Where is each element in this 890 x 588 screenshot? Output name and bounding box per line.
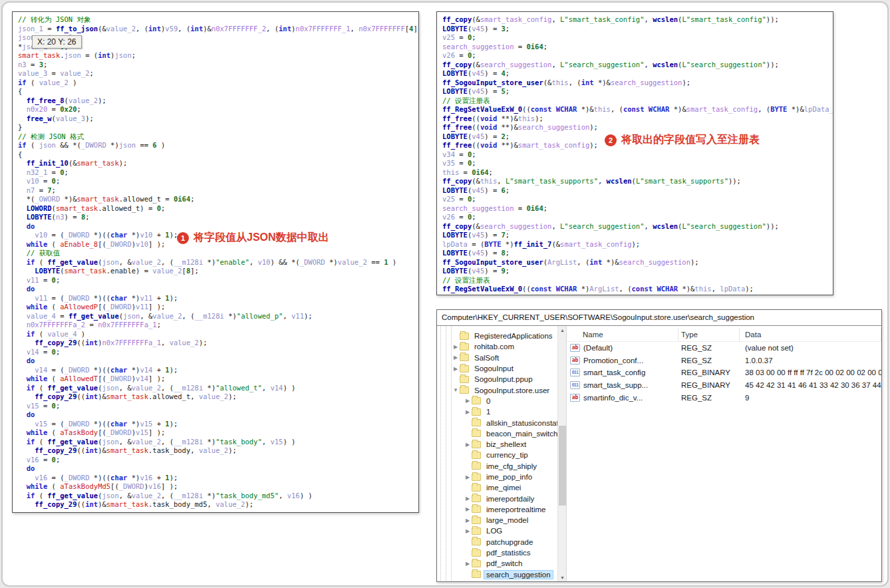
tree-item-imereportrealtime[interactable]: ▶imereportrealtime (437, 504, 557, 515)
chevron-right-icon[interactable]: ▶ (464, 474, 472, 480)
chevron-right-icon[interactable]: ▶ (464, 506, 472, 512)
code-line: } (18, 123, 413, 132)
tree-item-patchupgrade[interactable]: patchupgrade (437, 537, 557, 547)
reg-string-icon: ab (570, 357, 580, 365)
chevron-right-icon[interactable]: ▶ (464, 517, 472, 523)
registry-value-row[interactable]: ab(Default)REG_SZ(value not set) (567, 342, 881, 355)
code-line: // 设置注册表 (442, 96, 827, 106)
code-line: if ( ff_get_value(json, &value_2, (__m12… (18, 492, 413, 501)
tree-item-large-model[interactable]: ▶large_model (437, 515, 557, 525)
tree-item-sogouinput[interactable]: ▶SogouInput (437, 363, 557, 374)
tree-item-salsoft[interactable]: ▶SalSoft (437, 353, 557, 363)
code-line: v16 = 0; (18, 456, 413, 465)
code-line: LOBYTE(smart_task.enable) = value_2[8]; (18, 267, 413, 276)
annotation-1-text: 将字段值从JSON数据中取出 (194, 231, 329, 245)
code-line: do (18, 222, 413, 231)
value-name: smart_task_config (583, 368, 645, 376)
decompiler-panel-json-parse: // 转化为 JSON 对象json_1 = ff_to_json(&value… (12, 11, 419, 513)
tree-item-imereportdaily[interactable]: ▶imereportdaily (437, 493, 557, 504)
column-header-data[interactable]: Data (740, 328, 881, 341)
code-line: v15 = (_DWORD *)((char *)v15 + 1); (18, 420, 413, 429)
tree-item-rohitab-com[interactable]: ▶rohitab.com (437, 341, 557, 352)
code-line: v25 = 0; (442, 195, 827, 204)
column-header-type[interactable]: Type (678, 328, 740, 341)
registry-tree: RegisteredApplications▶rohitab.com▶SalSo… (437, 326, 557, 582)
code-line: if ( json && *(_DWORD *)json == 6 ) (18, 141, 413, 150)
code-line: lpData = (BYTE *)ff_init_7(&smart_task_c… (442, 240, 827, 249)
code-line: ff_RegSetValueExW_0((const WCHAR *)&this… (442, 105, 827, 114)
code-line: ff_free((void **)&this); (442, 114, 827, 124)
annotation-1: 1 将字段值从JSON数据中取出 (177, 231, 329, 245)
tree-item-pdf-switch[interactable]: ▶pdf_switch (437, 558, 557, 569)
tree-item-ime-pop-info[interactable]: ▶ime_pop_info (437, 472, 557, 482)
chevron-right-icon[interactable]: ▶ (452, 355, 460, 361)
tree-item-label: LOG (484, 527, 504, 535)
code-line: ff_SogouInput_store_user(&this, (int *)&… (442, 78, 827, 88)
value-name: (Default) (583, 344, 613, 352)
chevron-right-icon[interactable]: ▶ (464, 561, 472, 567)
tree-item-beacon-main-switch[interactable]: beacon_main_switch (437, 428, 557, 439)
tree-item-log[interactable]: ▶LOG (437, 525, 557, 536)
tree-item-pdf-statistics[interactable]: pdf_statistics (437, 547, 557, 558)
value-type: REG_SZ (678, 344, 740, 352)
code-line: search_suggestion = 0i64; (442, 43, 827, 52)
folder-icon (472, 474, 481, 481)
annotation-2: 2 将取出的字段值写入至注册表 (605, 133, 760, 147)
registry-address-bar[interactable]: Computer\HKEY_CURRENT_USER\SOFTWARE\Sogo… (437, 310, 881, 326)
chevron-right-icon[interactable]: ▶ (452, 366, 460, 372)
folder-icon (460, 333, 469, 340)
registry-value-row[interactable]: absmartinfo_dic_v...REG_SZ9 (567, 391, 881, 404)
tree-item-ime-qimei[interactable]: ime_qimei (437, 482, 557, 493)
reg-binary-icon: 011 (570, 368, 580, 376)
code-line: v11 = (_DWORD *)((char *)v11 + 1); (18, 294, 413, 303)
registry-editor-panel: Computer\HKEY_CURRENT_USER\SOFTWARE\Sogo… (436, 309, 882, 582)
code-line: *(_OWORD *)&smart_task.allowed_t = 0i64; (18, 195, 413, 204)
code-line: // 设置注册表 (442, 276, 827, 285)
annotation-2-text: 将取出的字段值写入至注册表 (621, 133, 760, 147)
code-line: if ( ff_get_value(json, &value_2, (__m12… (18, 438, 413, 447)
tree-item-biz-shellext[interactable]: ▶biz_shellext (437, 439, 557, 450)
chevron-right-icon[interactable]: ▶ (464, 442, 472, 448)
code-line: if ( ff_get_value(json, &value_2, (__m12… (18, 384, 413, 393)
code-line: LOBYTE(n3) = 8; (18, 213, 413, 222)
tree-item-allskin-statusiconstatis[interactable]: allskin_statusiconstatis (437, 417, 557, 428)
scrollbar-down-icon[interactable]: ▼ (558, 573, 567, 582)
tree-item-sogouinput-ppup[interactable]: SogouInput.ppup (437, 374, 557, 384)
tree-item-currency-tip[interactable]: currency_tip (437, 450, 557, 460)
list-header: Name Type Data (567, 328, 881, 342)
code-line: { (18, 87, 413, 96)
code-line: ff_copy_29((int)&smart_task.allowed_t, v… (18, 392, 413, 402)
tree-scrollbar[interactable]: ▲ ▼ (557, 326, 566, 582)
folder-icon (472, 430, 481, 437)
code-line: ff_copy(&smart_task_config, L"smart_task… (442, 15, 827, 25)
tree-item-label: large_model (484, 516, 530, 524)
tree-item-label: currency_tip (484, 451, 530, 459)
registry-value-row[interactable]: abPromotion_conf...REG_SZ1.0.0.37 (567, 355, 881, 367)
chevron-right-icon[interactable]: ▶ (464, 528, 472, 534)
chevron-down-icon[interactable]: ▼ (452, 387, 460, 393)
chevron-right-icon[interactable]: ▶ (452, 344, 460, 350)
registry-value-row[interactable]: 011smart_task_supp...REG_BINARY45 42 42 … (567, 379, 881, 392)
tree-item-registeredapplications[interactable]: RegisteredApplications (437, 331, 557, 341)
tree-item-ime-cfg-shiply[interactable]: ime_cfg_shiply (437, 461, 557, 472)
tree-item-0[interactable]: ▶0 (437, 396, 557, 406)
code-line: LOBYTE(v45) = 7; (442, 231, 827, 240)
folder-icon (472, 506, 481, 513)
code-line: if ( value_2 ) (18, 78, 413, 88)
folder-icon (460, 365, 469, 372)
registry-value-row[interactable]: 011smart_task_configREG_BINARY38 03 00 0… (567, 367, 881, 379)
column-header-name[interactable]: Name (567, 328, 678, 341)
tree-item-search-suggestion[interactable]: search_suggestion (437, 569, 557, 580)
tree-item-1[interactable]: ▶1 (437, 406, 557, 417)
chevron-right-icon[interactable]: ▶ (464, 409, 472, 415)
code-line: value_3 = value_2; (18, 69, 413, 78)
scrollbar-thumb[interactable] (559, 426, 566, 506)
scrollbar-up-icon[interactable]: ▲ (558, 326, 567, 335)
code-line: value_4 = ff_get_value(json, &value_2, (… (18, 312, 413, 321)
value-type: REG_BINARY (678, 381, 740, 389)
code-line: // 转化为 JSON 对象 (18, 15, 413, 25)
tree-item-sogouinput-store-user[interactable]: ▼SogouInput.store.user (437, 384, 557, 395)
chevron-right-icon[interactable]: ▶ (464, 398, 472, 404)
chevron-right-icon[interactable]: ▶ (464, 496, 472, 502)
code-line: search_suggestion = 0i64; (442, 204, 827, 214)
